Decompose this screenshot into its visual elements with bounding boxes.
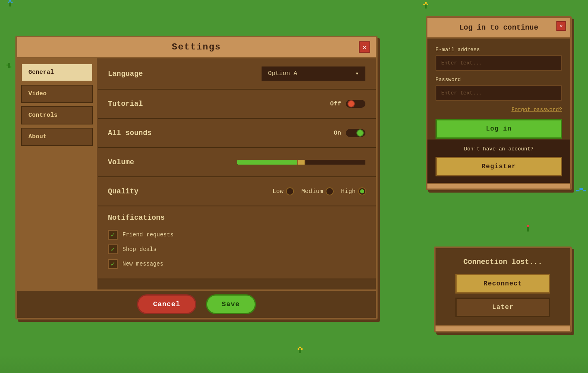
- settings-sidebar: General Video Controls About: [17, 58, 98, 289]
- quality-option-low[interactable]: Low: [273, 187, 294, 195]
- login-header: Log in to continue ✕: [427, 18, 570, 39]
- language-dropdown[interactable]: Option A ▾: [261, 66, 366, 81]
- connection-dialog: Connection lost... Reconnect Later: [434, 247, 572, 332]
- login-divider: Don't have an account? Register: [427, 139, 570, 183]
- svg-rect-18: [9, 3, 11, 6]
- sidebar-item-about[interactable]: About: [21, 128, 93, 146]
- email-label: E-mail address: [436, 47, 562, 53]
- quality-option-high[interactable]: High: [341, 187, 366, 195]
- svg-rect-17: [11, 2, 13, 3]
- cancel-button[interactable]: Cancel: [137, 294, 196, 314]
- notif-item-shop-deals[interactable]: ✓ Shop deals: [108, 242, 366, 257]
- quality-medium-radio[interactable]: [326, 187, 334, 195]
- forgot-password-link[interactable]: Forgot password?: [436, 107, 562, 113]
- notifications-section: Notifications ✓ Friend requests ✓ Shop d…: [98, 206, 376, 279]
- deco-flower-mid-right: [525, 225, 531, 234]
- save-button[interactable]: Save: [206, 294, 256, 314]
- volume-slider-track[interactable]: [236, 159, 366, 165]
- svg-rect-13: [427, 4, 428, 5]
- notifications-title: Notifications: [108, 214, 366, 222]
- settings-footer: Cancel Save: [17, 289, 376, 318]
- dropdown-arrow-icon: ▾: [355, 70, 359, 77]
- svg-rect-21: [583, 190, 586, 191]
- quality-medium-label: Medium: [301, 188, 323, 195]
- quality-options: Low Medium High: [273, 187, 366, 195]
- quality-low-radio[interactable]: [286, 187, 294, 195]
- deco-flower-bottom: [296, 347, 304, 357]
- svg-rect-16: [8, 2, 9, 3]
- sidebar-item-controls[interactable]: Controls: [21, 106, 93, 124]
- all-sounds-state: On: [334, 130, 341, 137]
- language-row: Language Option A ▾: [98, 58, 376, 90]
- all-sounds-label: All sounds: [108, 129, 152, 137]
- notif-check-friend-requests: ✓: [108, 230, 118, 240]
- sidebar-item-general[interactable]: General: [21, 63, 93, 81]
- language-label: Language: [108, 70, 143, 78]
- deco-flower-top-right: [422, 2, 430, 12]
- notif-item-new-messages[interactable]: ✓ New messages: [108, 257, 366, 271]
- connection-body: Connection lost... Reconnect Later: [436, 248, 570, 325]
- password-input[interactable]: [436, 85, 562, 101]
- notif-check-shop-deals: ✓: [108, 244, 118, 254]
- svg-rect-12: [423, 4, 425, 5]
- tutorial-toggle[interactable]: [345, 99, 366, 109]
- settings-header: Settings ✕: [17, 37, 376, 58]
- quality-low-label: Low: [273, 188, 283, 195]
- checkmark-icon-3: ✓: [111, 260, 115, 268]
- login-title: Log in to continue: [459, 24, 538, 32]
- notif-label-friend-requests: Friend requests: [122, 232, 174, 238]
- volume-slider-container: [236, 159, 366, 165]
- all-sounds-row: All sounds On: [98, 119, 376, 148]
- svg-rect-25: [299, 350, 301, 353]
- no-account-text: Don't have an account?: [436, 146, 562, 152]
- login-footer-bar: [427, 183, 570, 189]
- quality-high-label: High: [341, 188, 356, 195]
- quality-row: Quality Low Medium High: [98, 177, 376, 206]
- svg-rect-11: [425, 2, 427, 4]
- svg-rect-19: [576, 190, 579, 191]
- notif-item-friend-requests[interactable]: ✓ Friend requests: [108, 227, 366, 242]
- register-button[interactable]: Register: [436, 157, 562, 176]
- sidebar-item-video[interactable]: Video: [21, 85, 93, 103]
- settings-dialog: Settings ✕ General Video Controls About …: [15, 36, 378, 319]
- language-value: Option A: [268, 70, 297, 77]
- svg-rect-22: [299, 347, 301, 348]
- svg-rect-9: [6, 64, 8, 66]
- login-button[interactable]: Log in: [436, 119, 562, 139]
- notif-label-shop-deals: Shop deals: [122, 246, 157, 253]
- tutorial-toggle-container: Off: [330, 99, 366, 109]
- connection-title: Connection lost...: [444, 258, 562, 266]
- svg-rect-23: [298, 348, 299, 350]
- all-sounds-toggle[interactable]: [345, 128, 366, 138]
- reconnect-button[interactable]: Reconnect: [455, 274, 550, 294]
- settings-close-button[interactable]: ✕: [359, 41, 370, 53]
- svg-rect-14: [425, 5, 427, 9]
- login-body: E-mail address Password Forgot password?…: [427, 39, 570, 139]
- svg-rect-15: [9, 0, 11, 2]
- password-label: Password: [436, 77, 562, 83]
- deco-flower-top-left: [6, 0, 14, 10]
- login-dialog: Log in to continue ✕ E-mail address Pass…: [426, 16, 572, 190]
- login-close-button[interactable]: ✕: [556, 21, 566, 31]
- svg-rect-27: [527, 227, 529, 232]
- tutorial-row: Tutorial Off: [98, 90, 376, 119]
- quality-high-radio[interactable]: [358, 187, 366, 195]
- quality-label: Quality: [108, 187, 139, 195]
- volume-slider-fill: [237, 160, 301, 165]
- volume-slider-thumb[interactable]: [297, 159, 305, 165]
- svg-rect-24: [301, 348, 303, 350]
- all-sounds-toggle-container: On: [334, 128, 366, 138]
- quality-option-medium[interactable]: Medium: [301, 187, 334, 195]
- svg-rect-26: [527, 225, 529, 227]
- notif-label-new-messages: New messages: [122, 261, 163, 267]
- settings-content: Language Option A ▾ Tutorial Off All so: [98, 58, 376, 289]
- deco-bird-right: [576, 186, 586, 195]
- notif-check-new-messages: ✓: [108, 259, 118, 269]
- svg-rect-10: [10, 66, 11, 68]
- tutorial-label: Tutorial: [108, 100, 143, 108]
- all-sounds-toggle-knob: [356, 129, 364, 137]
- settings-body: General Video Controls About Language Op…: [17, 58, 376, 289]
- checkmark-icon: ✓: [111, 231, 115, 239]
- later-button[interactable]: Later: [455, 298, 550, 317]
- email-input[interactable]: [436, 55, 562, 71]
